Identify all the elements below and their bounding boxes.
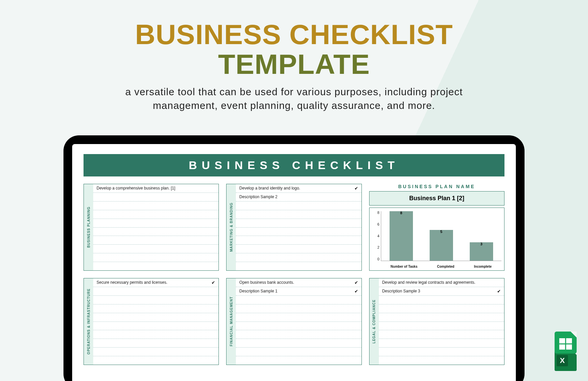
row-text: Description Sample 3 xyxy=(382,289,497,293)
checklist-row[interactable] xyxy=(93,313,218,322)
panel-label: OPERATIONS & INFRASTRUCTURE xyxy=(84,278,93,365)
checklist-row[interactable] xyxy=(93,210,218,219)
checklist-row[interactable]: Develop and review legal contracts and a… xyxy=(379,278,504,287)
row-text: Description Sample 2 xyxy=(239,195,358,199)
plan-name: Business Plan 1 [2] xyxy=(369,191,504,206)
check-icon: ✔ xyxy=(354,186,358,191)
row-text: Secure necessary permits and licenses. xyxy=(97,280,211,285)
checklist-row[interactable]: Description Sample 3✔ xyxy=(379,287,504,296)
chart-bar: 3 xyxy=(470,242,493,261)
checklist-row[interactable] xyxy=(379,348,504,356)
checklist-row[interactable]: Open business bank accounts.✔ xyxy=(236,278,361,287)
checklist-row[interactable] xyxy=(93,202,218,210)
checklist-row[interactable] xyxy=(379,296,504,304)
hero-subtitle: a versatile tool that can be used for va… xyxy=(94,85,494,112)
checklist-row[interactable] xyxy=(236,304,361,313)
checklist-row[interactable] xyxy=(93,296,218,304)
tablet-frame: BUSINESS CHECKLIST BUSINESS PLANNING Dev… xyxy=(63,135,525,381)
chart-bar: 8 xyxy=(390,211,413,261)
checklist-row[interactable] xyxy=(93,330,218,339)
side-panel: BUSINESS PLAN NAME Business Plan 1 [2] 8… xyxy=(369,184,504,271)
checklist-row[interactable] xyxy=(236,228,361,236)
checklist-row[interactable] xyxy=(93,287,218,296)
hero-title-line2: TEMPLATE xyxy=(0,48,588,81)
checklist-row[interactable] xyxy=(236,356,361,365)
checklist-row[interactable] xyxy=(93,193,218,202)
checklist-row[interactable] xyxy=(93,228,218,236)
checklist-row[interactable] xyxy=(93,348,218,356)
check-icon: ✔ xyxy=(354,280,358,285)
checklist-row[interactable] xyxy=(93,262,218,270)
panel-label: MARKETING & BRANDING xyxy=(227,184,236,270)
checklist-row[interactable] xyxy=(93,356,218,365)
checklist-row[interactable] xyxy=(236,348,361,356)
checklist-row[interactable] xyxy=(236,245,361,253)
chart-bar: 5 xyxy=(430,230,453,261)
row-text: Develop and review legal contracts and a… xyxy=(382,280,501,285)
checklist-row[interactable] xyxy=(93,219,218,228)
checklist-row[interactable] xyxy=(236,339,361,348)
chart-categories: Number of TasksCompletedIncomplete xyxy=(381,265,501,268)
checklist-row[interactable] xyxy=(93,339,218,348)
chart-y-axis: 86420 xyxy=(372,211,380,261)
checklist-row[interactable] xyxy=(236,330,361,339)
checklist-row[interactable] xyxy=(236,202,361,210)
panel-marketing-branding: MARKETING & BRANDING Develop a brand ide… xyxy=(226,184,361,271)
row-text: Develop a brand identity and logo. xyxy=(239,186,354,190)
checklist-row[interactable] xyxy=(379,356,504,365)
checklist-row[interactable] xyxy=(93,322,218,331)
check-icon: ✔ xyxy=(211,280,215,285)
checklist-row[interactable] xyxy=(93,236,218,245)
panel-label: BUSINESS PLANNING xyxy=(84,184,93,270)
panel-business-planning: BUSINESS PLANNING Develop a comprehensiv… xyxy=(84,184,219,271)
panel-label: LEGAL & COMPLIANCE xyxy=(370,278,379,365)
checklist-row[interactable]: Develop a comprehensive business plan. [… xyxy=(93,184,218,193)
checklist-row[interactable] xyxy=(93,253,218,262)
checklist-row[interactable]: Develop a brand identity and logo.✔ xyxy=(236,184,361,193)
checklist-row[interactable] xyxy=(379,339,504,348)
checklist-row[interactable] xyxy=(379,322,504,331)
row-text: Description Sample 1 xyxy=(239,289,354,293)
checklist-row[interactable] xyxy=(236,236,361,245)
checklist-row[interactable] xyxy=(236,313,361,322)
checklist-row[interactable] xyxy=(236,253,361,262)
chart-plot: 853 xyxy=(381,211,501,261)
checklist-row[interactable] xyxy=(236,322,361,331)
checklist-row[interactable] xyxy=(236,210,361,219)
checklist-row[interactable] xyxy=(93,245,218,253)
spreadsheet-banner: BUSINESS CHECKLIST xyxy=(84,154,504,176)
checklist-row[interactable] xyxy=(236,262,361,270)
checklist-row[interactable]: Secure necessary permits and licenses.✔ xyxy=(93,278,218,287)
tablet-screen: BUSINESS CHECKLIST BUSINESS PLANNING Dev… xyxy=(72,144,516,381)
checklist-row[interactable] xyxy=(93,304,218,313)
chart-container: 86420 853 Number of TasksCompletedIncomp… xyxy=(369,208,504,271)
panel-label: FINANCIAL MANAGEMENT xyxy=(227,278,236,365)
side-title: BUSINESS PLAN NAME xyxy=(369,184,504,189)
checklist-row[interactable] xyxy=(379,330,504,339)
checklist-row[interactable] xyxy=(379,304,504,313)
checklist-row[interactable] xyxy=(236,219,361,228)
checklist-row[interactable] xyxy=(236,296,361,304)
row-text: Open business bank accounts. xyxy=(239,280,354,285)
checklist-row[interactable] xyxy=(379,313,504,322)
checklist-row[interactable]: Description Sample 2 xyxy=(236,193,361,202)
panel-operations: OPERATIONS & INFRASTRUCTURE Secure neces… xyxy=(84,278,219,365)
checklist-row[interactable]: Description Sample 1✔ xyxy=(236,287,361,296)
google-sheets-icon xyxy=(555,332,577,354)
check-icon: ✔ xyxy=(497,289,501,294)
panel-legal: LEGAL & COMPLIANCE Develop and review le… xyxy=(369,278,504,365)
row-text: Develop a comprehensive business plan. [… xyxy=(97,186,215,190)
hero-title-line1: BUSINESS CHECKLIST xyxy=(0,18,588,51)
check-icon: ✔ xyxy=(354,289,358,294)
panel-financial: FINANCIAL MANAGEMENT Open business bank … xyxy=(226,278,361,365)
